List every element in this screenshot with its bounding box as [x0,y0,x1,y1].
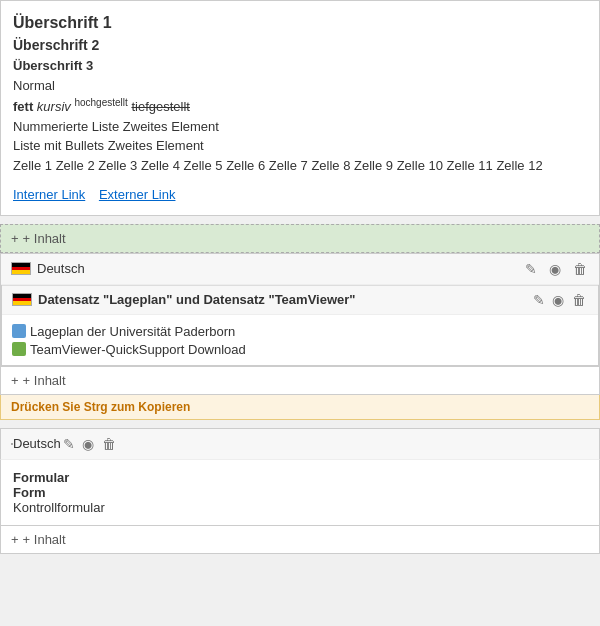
add-content-bottom-section: + + Inhalt [0,526,600,554]
form-name: Kontrollformular [13,500,587,515]
dataset-section: Datensatz "Lageplan" und Datensatz "Team… [1,285,599,366]
copy-hint-text: Drücken Sie Strg zum Kopieren [11,400,190,414]
visibility-button-dataset[interactable]: ◉ [550,292,566,308]
add-content-top-label: + Inhalt [23,231,66,246]
text-preview-box: Überschrift 1 Überschrift 2 Überschrift … [0,0,600,216]
dataset-item-1-label: Lageplan der Universität Paderborn [30,324,235,339]
form-card-actions: ✎ ◉ 🗑 [61,436,118,452]
heading3: Überschrift 3 [13,56,587,76]
form-card-body: Formular Form Kontrollformular [0,460,600,526]
lang-card-1-name: Deutsch [37,261,523,276]
delete-button-form[interactable]: 🗑 [100,436,118,452]
add-content-top-section: + + Inhalt [0,224,600,253]
visibility-button-card1[interactable]: ◉ [547,261,563,277]
bold-text: fett [13,99,33,114]
dataset-header: Datensatz "Lageplan" und Datensatz "Team… [2,285,598,315]
cell-row: Zelle 1 Zelle 2 Zelle 3 Zelle 4 Zelle 5 … [13,156,587,176]
dataset-body: Lageplan der Universität Paderborn TeamV… [2,315,598,365]
dataset-item-2-label: TeamViewer-QuickSupport Download [30,342,246,357]
item-icon-2 [12,342,26,356]
plus-icon: + [11,231,19,246]
form-sub: Form [13,485,587,500]
dataset-title: Datensatz "Lageplan" und Datensatz "Team… [38,292,531,307]
dataset-item-2: TeamViewer-QuickSupport Download [12,342,588,357]
visibility-button-form[interactable]: ◉ [80,436,96,452]
heading1: Überschrift 1 [13,11,587,35]
superscript-text: hochgestellt [74,97,127,108]
edit-button-dataset[interactable]: ✎ [531,292,547,308]
add-content-bottom-button[interactable]: + + Inhalt [11,532,66,547]
section3: Deutsch ✎ ◉ 🗑 Formular Form Kontrollform… [0,428,600,554]
format-line: fett kursiv hochgestellt tiefgestellt [13,95,587,117]
lang-card-1-actions: ✎ ◉ 🗑 [523,261,589,277]
form-title: Formular [13,470,587,485]
form-card-lang: Deutsch [13,436,61,451]
add-content-top-button[interactable]: + + Inhalt [11,231,66,246]
add-content-bottom-label: + Inhalt [23,532,66,547]
italic-text: kursiv [37,99,71,114]
item-icon-1 [12,324,26,338]
strikethrough-text: tiefgestellt [131,99,190,114]
delete-button-card1[interactable]: 🗑 [571,261,589,277]
internal-link[interactable]: Interner Link [13,187,85,202]
edit-button-card1[interactable]: ✎ [523,261,539,277]
language-card-1: Deutsch ✎ ◉ 🗑 Datensatz "Lageplan" und D… [0,253,600,367]
german-flag-icon [11,262,31,275]
external-link[interactable]: Externer Link [99,187,176,202]
lang-card-1-header: Deutsch ✎ ◉ 🗑 [1,254,599,285]
delete-button-dataset[interactable]: 🗑 [570,292,588,308]
dataset-actions: ✎ ◉ 🗑 [531,292,588,308]
edit-button-form[interactable]: ✎ [61,436,77,452]
main-container: Überschrift 1 Überschrift 2 Überschrift … [0,0,600,554]
add-content-mid-section: + + Inhalt [0,367,600,395]
bullet-list: Liste mit Bullets Zweites Element [13,136,587,156]
form-card-header: Deutsch ✎ ◉ 🗑 [0,428,600,460]
plus-icon-bottom: + [11,532,19,547]
copy-hint-bar: Drücken Sie Strg zum Kopieren [0,395,600,420]
dataset-item-1: Lageplan der Universität Paderborn [12,324,588,339]
link-row: Interner Link Externer Link [13,185,587,205]
numbered-list: Nummerierte Liste Zweites Element [13,117,587,137]
heading2: Überschrift 2 [13,35,587,56]
plus-icon-mid: + [11,373,19,388]
add-content-mid-button[interactable]: + + Inhalt [11,373,66,388]
add-content-mid-label: + Inhalt [23,373,66,388]
normal-text: Normal [13,76,587,96]
dataset-german-flag-icon [12,293,32,306]
